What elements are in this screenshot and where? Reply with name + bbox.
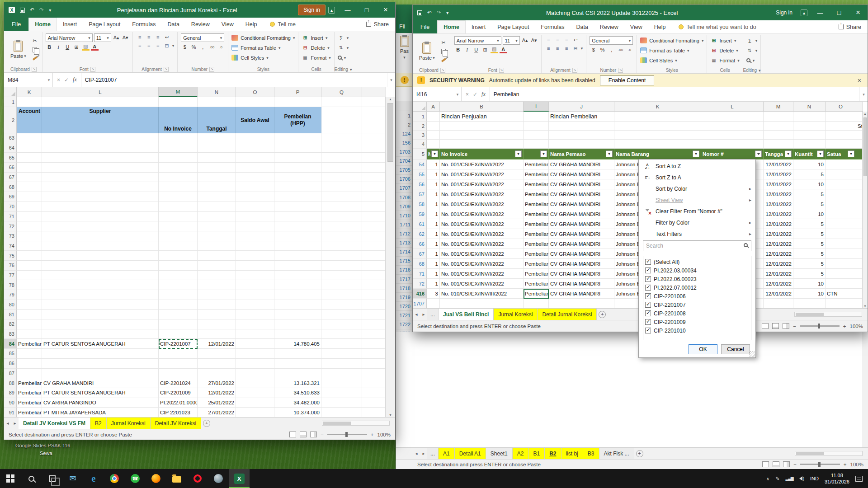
cell[interactable] xyxy=(17,97,42,107)
sheet-tab-list-bj[interactable]: list bj xyxy=(561,448,583,459)
cell[interactable] xyxy=(321,300,362,310)
scrollbar-thumb[interactable] xyxy=(387,103,393,162)
cell[interactable] xyxy=(321,261,362,271)
cell[interactable] xyxy=(236,143,274,153)
font-color-icon[interactable]: A xyxy=(91,43,99,51)
row-header-66[interactable]: 66 xyxy=(4,163,17,173)
cell[interactable] xyxy=(701,122,764,131)
checkbox-icon[interactable] xyxy=(645,302,651,308)
undo-icon[interactable] xyxy=(30,7,34,13)
tell-me-box[interactable]: Tell me xyxy=(270,21,296,28)
cell[interactable] xyxy=(362,202,386,212)
cell[interactable] xyxy=(427,112,440,122)
ribbon-display-options-icon[interactable] xyxy=(801,9,807,16)
cell[interactable] xyxy=(236,97,274,107)
new-sheet-button[interactable] xyxy=(201,418,212,429)
sort-by-color-item[interactable]: Sort by Color xyxy=(639,183,755,194)
merge-center-icon[interactable] xyxy=(572,45,580,52)
cell-styles-button[interactable]: Cell Styles xyxy=(231,53,295,62)
sheet-nav-left-icon[interactable]: ◂ xyxy=(413,448,420,459)
row-header-62[interactable]: 62 xyxy=(413,229,427,239)
cell[interactable] xyxy=(321,212,362,222)
cell[interactable] xyxy=(362,369,386,379)
percent-format-icon[interactable] xyxy=(599,46,606,53)
sort-filter-button[interactable] xyxy=(746,46,758,55)
checkbox-icon[interactable] xyxy=(645,267,651,273)
format-painter-icon[interactable] xyxy=(31,55,39,62)
cell[interactable] xyxy=(159,241,198,251)
menu-tab-help[interactable]: Help xyxy=(648,20,672,33)
cell[interactable]: 1 xyxy=(427,179,440,189)
cell[interactable] xyxy=(362,271,386,281)
increase-decimal-icon[interactable]: .00 xyxy=(208,43,216,51)
find-select-button[interactable] xyxy=(338,53,349,62)
row-header-77[interactable]: 77 xyxy=(4,271,17,281)
row-header-79[interactable]: 79 xyxy=(4,290,17,300)
cell[interactable] xyxy=(236,339,274,349)
cell[interactable] xyxy=(764,131,793,140)
cell[interactable] xyxy=(42,261,159,271)
cell[interactable]: 12/01/2022 xyxy=(764,259,793,269)
maximize-button[interactable] xyxy=(830,5,849,20)
cell[interactable]: Pembelian xyxy=(524,269,549,279)
cell[interactable] xyxy=(42,192,159,202)
sheet-tab-jurnal-koreksi[interactable]: Jurnal Koreksi xyxy=(107,418,151,429)
cell[interactable] xyxy=(159,133,198,143)
cell[interactable] xyxy=(159,182,198,192)
checkbox-icon[interactable] xyxy=(645,293,651,299)
row-header-1715[interactable]: 1715 xyxy=(396,257,413,266)
paste-button[interactable]: Paste xyxy=(417,36,437,66)
column-header-i[interactable]: I xyxy=(524,102,549,112)
cell[interactable] xyxy=(198,133,236,143)
row-header-156[interactable]: 156 xyxy=(396,138,413,147)
cell[interactable] xyxy=(198,300,236,310)
cell[interactable] xyxy=(274,143,321,153)
taskbar-opera-icon[interactable] xyxy=(187,469,208,488)
cell[interactable] xyxy=(362,280,386,290)
row-header-73[interactable]: 73 xyxy=(4,231,17,241)
cell[interactable] xyxy=(198,97,236,107)
align-left-icon[interactable] xyxy=(136,42,144,49)
clock[interactable]: 11.0831/01/2026 xyxy=(825,472,849,485)
row-header-1706[interactable]: 1706 xyxy=(396,175,413,184)
row-header-5[interactable]: 5 xyxy=(413,149,427,160)
cell[interactable] xyxy=(159,280,198,290)
cell[interactable] xyxy=(321,339,362,349)
filter-header-cell[interactable]: Nomor # xyxy=(701,149,764,160)
borders-icon[interactable] xyxy=(481,46,489,53)
cell[interactable]: 1 xyxy=(427,169,440,179)
filter-item-cip-2201006[interactable]: CIP-2201006 xyxy=(645,292,749,300)
cell[interactable] xyxy=(826,299,856,308)
cell[interactable] xyxy=(362,319,386,329)
insert-function-icon[interactable] xyxy=(481,91,486,98)
cell[interactable] xyxy=(826,199,856,209)
sort-a-to-z-item[interactable]: Sort A to Z xyxy=(639,160,755,172)
title-bar[interactable]: X Penjelasan dan Rincian Jurnal Koreksi … xyxy=(4,2,395,18)
cell[interactable]: 12/01/2022 xyxy=(198,339,236,349)
cell[interactable] xyxy=(159,192,198,202)
row-header-1[interactable]: 1 xyxy=(413,112,427,122)
cell[interactable]: 12/01/2022 xyxy=(764,169,793,179)
cell[interactable] xyxy=(549,299,614,308)
cell[interactable] xyxy=(198,349,236,359)
cell[interactable] xyxy=(17,271,42,281)
share-button[interactable]: Share xyxy=(839,24,868,30)
row-header-88[interactable]: 88 xyxy=(4,378,17,388)
cell[interactable]: 12/01/2022 xyxy=(764,160,793,169)
column-header-n[interactable]: N xyxy=(198,87,236,97)
copy-icon[interactable] xyxy=(31,46,39,53)
cell[interactable] xyxy=(274,212,321,222)
zoom-slider[interactable] xyxy=(800,464,840,465)
sheet-tab-akt-fisk[interactable]: Akt Fisk ... xyxy=(599,448,634,459)
cell[interactable] xyxy=(362,398,386,408)
cell[interactable] xyxy=(826,160,856,169)
sheet-tab-overflow[interactable]: ... xyxy=(427,309,439,320)
cell[interactable] xyxy=(274,280,321,290)
row-header-83[interactable]: 83 xyxy=(4,329,17,339)
cell[interactable]: Pembelian xyxy=(17,398,42,408)
cell[interactable] xyxy=(17,359,42,369)
horizontal-scrollbar[interactable] xyxy=(794,312,862,317)
cell[interactable] xyxy=(274,290,321,300)
worksheet-grid[interactable]: KLMNOPQ 12AccountSupplierNo InvoiceTangg… xyxy=(4,87,395,417)
cell[interactable] xyxy=(826,122,856,131)
